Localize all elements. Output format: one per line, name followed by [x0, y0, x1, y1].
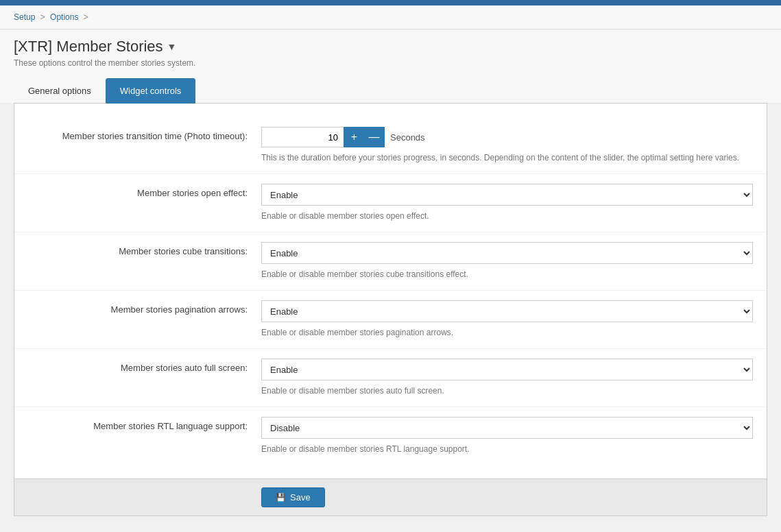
save-label: Save — [290, 492, 311, 503]
footer-bar: 💾 Save — [14, 479, 767, 516]
row-pagination-arrows: Member stories pagination arrows: Enable… — [14, 291, 767, 349]
row-open-effect: Member stories open effect: Enable Disab… — [14, 174, 767, 232]
select-open-effect[interactable]: Enable Disable — [261, 184, 753, 206]
page-title: [XTR] Member Stories ▼ — [14, 38, 767, 56]
save-button[interactable]: 💾 Save — [261, 487, 325, 507]
tabs-container: General options Widget controls — [0, 77, 781, 103]
row-transition-time: Member stories transition time (Photo ti… — [14, 117, 767, 174]
hint-auto-full-screen: Enable or disable member stories auto fu… — [261, 385, 753, 397]
tab-widget[interactable]: Widget controls — [106, 78, 196, 104]
transition-time-input[interactable] — [261, 127, 344, 147]
label-rtl-support: Member stories RTL language support: — [28, 417, 261, 431]
control-cube-transitions: Enable Disable Enable or disable member … — [261, 242, 753, 280]
breadcrumb-setup[interactable]: Setup — [14, 12, 35, 22]
hint-pagination-arrows: Enable or disable member stories paginat… — [261, 326, 753, 339]
hint-transition-time: This is the duration before your stories… — [261, 152, 753, 164]
label-open-effect: Member stories open effect: — [28, 184, 261, 198]
select-auto-full-screen[interactable]: Enable Disable — [261, 359, 753, 380]
label-pagination-arrows: Member stories pagination arrows: — [28, 300, 261, 315]
tabs: General options Widget controls — [14, 77, 767, 103]
control-pagination-arrows: Enable Disable Enable or disable member … — [261, 300, 753, 339]
content-area: Member stories transition time (Photo ti… — [14, 103, 767, 479]
control-rtl-support: Enable Disable Enable or disable member … — [261, 417, 753, 455]
page-header: [XTR] Member Stories ▼ These options con… — [0, 29, 781, 77]
hint-rtl-support: Enable or disable member stories RTL lan… — [261, 443, 753, 455]
transition-time-decrement[interactable]: — — [364, 127, 385, 147]
label-cube-transitions: Member stories cube transitions: — [28, 242, 261, 256]
tab-general[interactable]: General options — [14, 78, 106, 104]
row-rtl-support: Member stories RTL language support: Ena… — [14, 407, 767, 465]
control-auto-full-screen: Enable Disable Enable or disable member … — [261, 359, 753, 397]
label-transition-time: Member stories transition time (Photo ti… — [28, 127, 261, 141]
select-pagination-arrows[interactable]: Enable Disable — [261, 300, 753, 322]
breadcrumb: Setup > Options > — [0, 5, 781, 29]
breadcrumb-options[interactable]: Options — [50, 12, 78, 22]
row-auto-full-screen: Member stories auto full screen: Enable … — [14, 349, 767, 407]
control-open-effect: Enable Disable Enable or disable member … — [261, 184, 753, 222]
save-icon: 💾 — [276, 493, 286, 503]
row-cube-transitions: Member stories cube transitions: Enable … — [14, 232, 767, 291]
breadcrumb-sep2: > — [84, 12, 88, 22]
page-title-text: [XTR] Member Stories — [14, 38, 163, 56]
breadcrumb-sep1: > — [40, 12, 45, 22]
transition-time-increment[interactable]: + — [344, 127, 364, 147]
seconds-label: Seconds — [390, 132, 425, 143]
hint-open-effect: Enable or disable member stories open ef… — [261, 210, 753, 222]
page-subtitle: These options control the member stories… — [14, 58, 767, 75]
select-rtl-support[interactable]: Enable Disable — [261, 417, 753, 439]
top-bar — [0, 0, 781, 5]
hint-cube-transitions: Enable or disable member stories cube tr… — [261, 268, 753, 280]
label-auto-full-screen: Member stories auto full screen: — [28, 359, 261, 373]
number-input-group: + — Seconds — [261, 127, 753, 147]
control-transition-time: + — Seconds This is the duration before … — [261, 127, 753, 164]
page-title-dropdown-arrow[interactable]: ▼ — [167, 41, 177, 52]
select-cube-transitions[interactable]: Enable Disable — [261, 242, 753, 264]
